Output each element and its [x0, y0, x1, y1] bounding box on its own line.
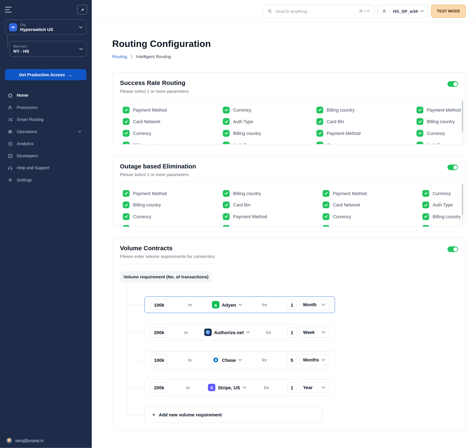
checkbox-checked[interactable] — [123, 190, 130, 197]
checkbox-checked[interactable] — [423, 202, 429, 209]
checkbox-checked[interactable] — [323, 225, 329, 227]
checkbox-checked[interactable] — [317, 130, 323, 136]
get-production-access-button[interactable]: Get Production Access → — [5, 69, 87, 80]
sidebar-item-home[interactable]: Home — [0, 89, 92, 102]
parameter-item[interactable]: Billing country — [223, 188, 323, 199]
parameter-item[interactable]: Currency — [123, 127, 223, 139]
checkbox-checked[interactable] — [123, 213, 130, 220]
parameter-item[interactable]: Payment Method — [123, 188, 223, 199]
parameter-item[interactable]: Auth Type — [223, 139, 317, 144]
parameter-item[interactable]: Billing country — [417, 116, 461, 127]
duration-quantity-input[interactable] — [287, 327, 297, 338]
checkbox-checked[interactable] — [323, 213, 329, 220]
duration-quantity-input[interactable] — [287, 299, 297, 310]
checkbox-checked[interactable] — [417, 130, 423, 136]
checkbox-checked[interactable] — [223, 142, 230, 144]
parameter-item[interactable]: Currency — [323, 211, 423, 222]
scrollbar-track[interactable] — [462, 100, 463, 143]
checkbox-checked[interactable] — [223, 213, 230, 220]
checkbox-checked[interactable] — [223, 225, 230, 227]
breadcrumb-routing-link[interactable]: Routing — [112, 54, 127, 59]
parameter-item[interactable]: Auth Type — [417, 139, 461, 144]
checkbox-checked[interactable] — [123, 130, 130, 136]
parameter-item[interactable]: Payment Method — [417, 104, 461, 116]
add-volume-requirement-button[interactable]: + Add new volume requirement — [144, 407, 323, 423]
parameter-item[interactable]: Payment Method — [323, 188, 423, 199]
pin-sidebar-button[interactable] — [77, 5, 87, 15]
global-search[interactable]: ⌘ + K — [263, 5, 374, 17]
org-selector[interactable]: Org Hyperswitch US — [5, 20, 87, 35]
parameter-item[interactable]: Billing country — [323, 222, 423, 227]
checkbox-checked[interactable] — [417, 142, 423, 144]
checkbox-checked[interactable] — [223, 190, 230, 197]
sidebar-item-smart-routing[interactable]: Smart Routing — [0, 113, 92, 126]
checkbox-checked[interactable] — [223, 130, 230, 136]
period-select[interactable]: Months — [299, 354, 329, 366]
connector-select[interactable]: Authorize.net — [204, 329, 249, 336]
parameter-item[interactable]: Payment Method — [223, 211, 323, 222]
sidebar-item-analytics[interactable]: Analytics — [0, 138, 92, 150]
period-select[interactable]: Year — [299, 382, 329, 393]
period-select[interactable]: Week — [299, 327, 329, 338]
sidebar-item-help-and-support[interactable]: Help and Support — [0, 162, 92, 174]
duration-quantity-input[interactable] — [287, 355, 297, 365]
checkbox-checked[interactable] — [123, 225, 130, 227]
parameter-item[interactable]: Auth Type — [423, 222, 461, 227]
volume-amount-input[interactable] — [150, 299, 168, 310]
volume-amount-input[interactable] — [150, 355, 168, 365]
parameter-item[interactable]: Currency — [423, 188, 461, 199]
checkbox-checked[interactable] — [317, 118, 323, 125]
parameter-item[interactable]: Card Bin — [317, 116, 417, 127]
parameter-item[interactable]: Billing country — [123, 139, 223, 144]
checkbox-checked[interactable] — [123, 107, 130, 113]
duration-quantity-input[interactable] — [287, 382, 296, 393]
checkbox-checked[interactable] — [423, 225, 429, 227]
parameter-item[interactable]: Card Network — [323, 199, 423, 211]
parameter-item[interactable]: Billing country — [223, 127, 317, 139]
sidebar-user[interactable]: saroj@juspay.in — [6, 438, 88, 444]
volume-contracts-toggle[interactable] — [448, 247, 458, 252]
parameter-item[interactable]: Billing country — [123, 199, 223, 211]
sidebar-item-developers[interactable]: Developers — [0, 150, 92, 162]
success-rate-routing-toggle[interactable] — [448, 81, 458, 87]
sidebar-item-processors[interactable]: Processors — [0, 102, 92, 114]
scrollbar-track[interactable] — [462, 183, 463, 226]
checkbox-checked[interactable] — [123, 118, 130, 125]
volume-amount-input[interactable] — [150, 327, 168, 338]
parameter-item[interactable]: Auth Type — [423, 199, 461, 211]
parameter-item[interactable]: Card Network — [123, 116, 223, 127]
parameter-item[interactable]: Payment Method — [317, 127, 417, 139]
checkbox-checked[interactable] — [317, 107, 323, 113]
checkbox-checked[interactable] — [223, 107, 230, 113]
sidebar-item-settings[interactable]: Settings — [0, 174, 92, 186]
parameter-item[interactable]: Payment Method — [123, 104, 223, 116]
merchant-selector[interactable]: Merchant NY - HS — [9, 41, 87, 57]
connector-select[interactable]: Chase — [212, 356, 242, 364]
checkbox-checked[interactable] — [323, 202, 329, 209]
scrollbar-thumb[interactable] — [462, 184, 463, 215]
volume-amount-input[interactable] — [150, 382, 168, 393]
parameter-item[interactable]: Billing country — [423, 211, 461, 222]
outage-elimination-toggle[interactable] — [448, 165, 458, 170]
profile-selector[interactable]: | HS_SP_w34 — [377, 5, 428, 17]
parameter-item[interactable]: Currency — [317, 139, 417, 144]
hamburger-menu-icon[interactable] — [5, 7, 12, 12]
period-select[interactable]: Month — [299, 299, 329, 310]
checkbox-checked[interactable] — [223, 118, 230, 125]
parameter-item[interactable]: Auth Type — [223, 116, 317, 127]
checkbox-checked[interactable] — [417, 118, 423, 125]
search-input[interactable] — [276, 8, 356, 13]
parameter-item[interactable]: Card Bin — [223, 199, 323, 211]
parameter-item[interactable]: Auth Type — [123, 222, 223, 227]
parameter-item[interactable]: Currency — [223, 104, 317, 116]
checkbox-checked[interactable] — [123, 202, 130, 209]
connector-select[interactable]: S Stripe, US — [208, 384, 246, 391]
parameter-item[interactable]: Currency — [417, 127, 461, 139]
connector-select[interactable]: a Adyen — [212, 301, 242, 308]
checkbox-checked[interactable] — [423, 190, 429, 197]
checkbox-checked[interactable] — [417, 107, 423, 113]
parameter-item[interactable]: Currency — [223, 222, 323, 227]
parameter-item[interactable]: Currency — [123, 211, 223, 222]
checkbox-checked[interactable] — [317, 142, 323, 144]
checkbox-checked[interactable] — [423, 213, 429, 220]
